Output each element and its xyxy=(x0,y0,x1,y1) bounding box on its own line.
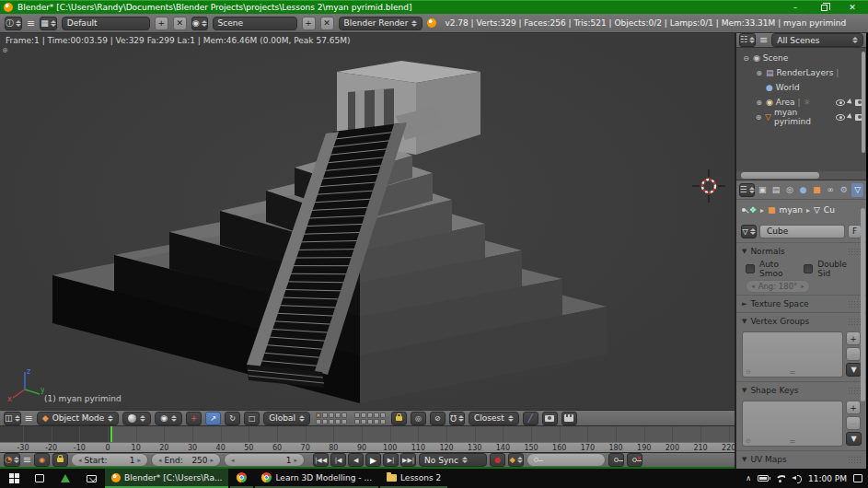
scene-dropdown[interactable]: Scene xyxy=(213,17,297,30)
editor-type-selector[interactable]: ☷ xyxy=(739,33,756,47)
translate-manipulator-button[interactable]: ↗ xyxy=(205,412,221,425)
layer-cell[interactable] xyxy=(322,419,328,424)
layer-cell[interactable] xyxy=(316,419,321,424)
add-scene-button[interactable]: + xyxy=(302,17,316,30)
layer-cell[interactable] xyxy=(367,412,373,418)
add-vertex-group-button[interactable]: + xyxy=(846,331,861,345)
panel-grip[interactable] xyxy=(848,456,861,463)
task-view-button[interactable] xyxy=(28,469,52,488)
tray-clock[interactable]: 11:00 PM xyxy=(808,474,847,483)
editor-type-selector[interactable]: ☰ xyxy=(739,183,755,197)
snap-align-button[interactable]: ╱ xyxy=(523,412,538,425)
visibility-toggle-eye-icon[interactable] xyxy=(836,114,845,121)
render-engine-dropdown[interactable]: Blender Render xyxy=(339,17,423,30)
mode-dropdown[interactable]: ◆Object Mode xyxy=(37,412,120,425)
manipulator-toggle-button[interactable]: + xyxy=(186,412,202,425)
outliner-item-world[interactable]: ●World xyxy=(736,80,866,95)
panel-grip[interactable] xyxy=(848,387,861,394)
layer-cell[interactable] xyxy=(316,412,321,418)
layer-cell[interactable] xyxy=(354,419,360,424)
breadcrumb-data[interactable]: Cu xyxy=(824,205,835,215)
action-center-icon[interactable] xyxy=(853,474,862,482)
mail-icon[interactable] xyxy=(79,469,103,488)
frame-end-field[interactable]: ◂End:250▸ xyxy=(151,453,221,467)
vertex-group-specials-button[interactable]: ▼ xyxy=(846,363,862,377)
outliner-item-label[interactable]: myan pyrimind xyxy=(774,108,830,126)
expander-icon[interactable]: ⊕ xyxy=(755,113,762,122)
close-button[interactable]: ✕ xyxy=(840,2,864,14)
record-button[interactable]: ● xyxy=(490,453,505,467)
mesh-browse-button[interactable]: ▽ xyxy=(741,225,757,238)
fake-user-button[interactable]: F xyxy=(848,225,862,238)
restore-button[interactable] xyxy=(812,2,836,14)
layers-grid[interactable] xyxy=(354,412,386,424)
pivot-point-dropdown[interactable]: ◉ xyxy=(155,412,182,425)
next-keyframe-button[interactable]: ▶| xyxy=(383,453,399,467)
selectability-toggle-icon[interactable] xyxy=(847,113,854,121)
outliner-display-dropdown[interactable]: All Scenes xyxy=(771,33,863,47)
properties-tab-render[interactable]: ▣ xyxy=(757,183,769,197)
layer-cell[interactable] xyxy=(380,412,386,418)
properties-tab-constraints[interactable]: ∞ xyxy=(825,183,837,197)
properties-tab-render-layers[interactable]: ▤ xyxy=(770,183,782,197)
editor-type-selector[interactable]: ◔ xyxy=(4,453,20,467)
selectability-toggle-icon[interactable] xyxy=(847,99,854,106)
insert-keyframe-button[interactable] xyxy=(608,453,624,467)
screen-layout-dropdown[interactable]: Default xyxy=(62,17,150,30)
layer-cell[interactable] xyxy=(380,419,386,424)
tray-chevron-icon[interactable]: ∧ xyxy=(746,474,751,482)
panel-grip[interactable] xyxy=(848,300,861,308)
datablock-name-field[interactable]: Cube xyxy=(759,225,845,238)
panel-grip[interactable] xyxy=(848,248,861,255)
current-frame-cursor[interactable] xyxy=(110,426,112,442)
properties-scrollbar[interactable] xyxy=(861,208,865,401)
start-button[interactable] xyxy=(2,469,26,488)
autokey-lock-button[interactable] xyxy=(52,453,68,467)
layer-cell[interactable] xyxy=(367,419,373,424)
outliner-scrollbar[interactable] xyxy=(862,52,865,153)
transform-orientation-dropdown[interactable]: Global xyxy=(263,412,310,425)
taskbar-app-chrome[interactable]: Learn 3D Modelling - ... xyxy=(255,469,378,488)
outliner-hscrollbar[interactable] xyxy=(736,171,866,180)
layer-cell[interactable] xyxy=(341,419,347,424)
add-layout-button[interactable]: + xyxy=(155,17,168,30)
viewport-shading-dropdown[interactable] xyxy=(122,412,151,425)
editor-type-selector[interactable]: ⓘ xyxy=(5,17,22,30)
play-reverse-button[interactable]: ◀ xyxy=(348,453,364,467)
collapsed-menus-icon[interactable]: ≡ xyxy=(27,18,35,29)
add-shape-key-button[interactable]: + xyxy=(846,401,861,414)
panel-header-vertex-groups[interactable]: ▼Vertex Groups xyxy=(736,312,866,330)
minimize-button[interactable]: – xyxy=(783,2,807,14)
expander-icon[interactable]: ⊕ xyxy=(755,99,763,107)
layer-cell[interactable] xyxy=(354,412,360,418)
collapsed-menus-icon[interactable]: ≡ xyxy=(25,413,33,424)
layer-cell[interactable] xyxy=(374,412,379,418)
taskbar-app-chrome-pinned[interactable] xyxy=(230,469,253,488)
smooth-angle-slider[interactable]: ◂Ang: 180°▸ xyxy=(746,280,810,293)
collapsed-menus-icon[interactable]: ≡ xyxy=(23,455,31,465)
battery-icon[interactable] xyxy=(758,475,769,482)
expander-icon[interactable]: ⊕ xyxy=(755,69,763,77)
frame-start-field[interactable]: ◂Start:1▸ xyxy=(71,453,148,467)
layer-cell[interactable] xyxy=(322,412,328,418)
outliner-item-label[interactable]: Area xyxy=(776,98,795,107)
google-drive-icon[interactable] xyxy=(53,469,77,488)
delete-keyframe-button[interactable]: ✕ xyxy=(627,453,642,467)
editor-type-selector[interactable]: ◫ xyxy=(4,412,21,425)
double-sided-checkbox[interactable] xyxy=(804,264,813,273)
3d-viewport[interactable]: Frame:1 | Time:00:03.59 | Ve:329 Fa:299 … xyxy=(0,33,735,410)
delete-scene-button[interactable]: ✕ xyxy=(320,17,334,30)
layer-cell[interactable] xyxy=(335,419,341,424)
outliner-item-renderlayers[interactable]: ⊕▤RenderLayers| xyxy=(736,65,866,80)
toolshelf-expand-icon[interactable]: ⊕ xyxy=(2,46,8,54)
remove-shape-key-button[interactable]: − xyxy=(846,416,861,430)
properties-tab-data[interactable]: ▽ xyxy=(851,183,863,197)
opengl-render-anim-button[interactable] xyxy=(561,412,577,425)
autokey-record-button[interactable]: ◉ xyxy=(34,453,50,467)
taskbar-app-folder[interactable]: Lessons 2 xyxy=(380,469,447,488)
outliner-item-label[interactable]: RenderLayers xyxy=(777,68,834,77)
speaker-icon[interactable] xyxy=(792,474,802,482)
snap-toggle-button[interactable]: Ω xyxy=(449,412,465,425)
snap-target-dropdown[interactable]: Closest xyxy=(469,412,519,425)
outliner-item-label[interactable]: Scene xyxy=(763,53,788,63)
